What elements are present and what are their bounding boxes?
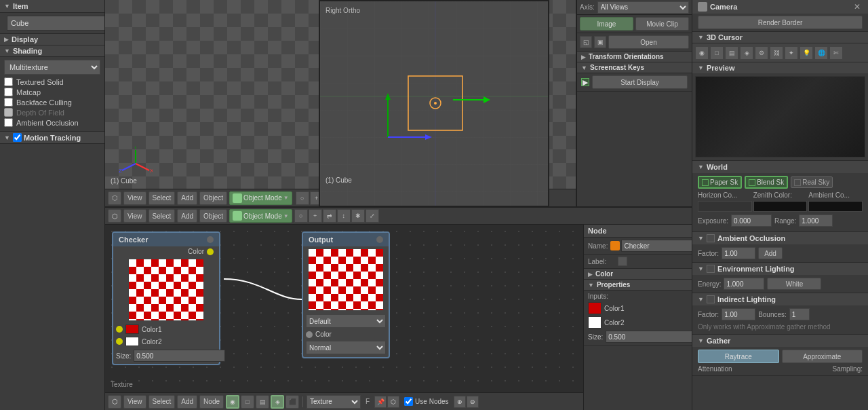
- env-lighting-header[interactable]: ▼ Environment Lighting: [692, 263, 868, 275]
- white-btn[interactable]: White: [767, 278, 821, 290]
- item-name-input[interactable]: [7, 16, 105, 31]
- node-view-btn[interactable]: View: [123, 395, 146, 409]
- 3d-icon-1[interactable]: ○: [296, 191, 309, 205]
- preview-header[interactable]: ▼ Preview: [692, 62, 868, 73]
- select-menu-btn[interactable]: Select: [149, 191, 176, 205]
- start-display-play-icon[interactable]: ▶: [581, 78, 589, 86]
- pin-icon[interactable]: 📌: [374, 396, 387, 408]
- blend-sky-btn[interactable]: Blend Sk: [745, 176, 788, 189]
- node-input-color1-swatch[interactable]: [588, 302, 601, 314]
- checker-color1-swatch[interactable]: [125, 324, 139, 334]
- middle-view-btn[interactable]: View: [123, 209, 146, 223]
- transform-orientations-header[interactable]: ▶ Transform Orientations: [577, 52, 692, 62]
- node-node-btn[interactable]: Node: [199, 395, 224, 409]
- open-icon-2[interactable]: ▣: [594, 36, 606, 48]
- mode-dropdown-3d[interactable]: Object Mode ▼: [229, 191, 292, 205]
- node-icon-active-1[interactable]: ◉: [226, 395, 239, 409]
- approximate-btn[interactable]: Approximate: [782, 350, 863, 363]
- object-menu-btn[interactable]: Object: [199, 191, 227, 205]
- 3d-view-type-icon[interactable]: ⬡: [108, 191, 121, 205]
- checker-node-close[interactable]: [207, 236, 214, 243]
- ao-header[interactable]: ▼ Ambient Occlusion: [692, 232, 868, 244]
- checker-color-socket[interactable]: [207, 248, 214, 255]
- checker-color2-socket[interactable]: [116, 338, 123, 345]
- mid-icon-3[interactable]: ⇄: [323, 209, 336, 223]
- node-color-header[interactable]: ▶ Color: [584, 269, 692, 280]
- indirect-lighting-checkbox[interactable]: [707, 295, 715, 303]
- shading-section-header[interactable]: ▼ Shading: [0, 45, 104, 57]
- exposure-input[interactable]: [731, 215, 772, 227]
- rp-icon-2[interactable]: □: [710, 46, 724, 60]
- ind-factor-input[interactable]: [722, 308, 755, 320]
- checker-color1-socket[interactable]: [116, 326, 123, 333]
- 3d-icon-3[interactable]: ⇄: [324, 191, 338, 205]
- camera-close-icon[interactable]: ✕: [852, 1, 863, 12]
- env-energy-input[interactable]: [724, 278, 764, 290]
- ao-factor-input[interactable]: [722, 247, 755, 259]
- node-icon-4[interactable]: ⬛: [285, 395, 299, 409]
- middle-select-btn[interactable]: Select: [149, 209, 176, 223]
- output-color-socket[interactable]: [306, 331, 313, 338]
- textured-solid-checkbox[interactable]: [4, 77, 13, 86]
- ao-add-btn[interactable]: Add: [758, 247, 783, 259]
- rp-icon-10[interactable]: ✄: [829, 46, 843, 60]
- ambient-occlusion-checkbox[interactable]: [4, 118, 13, 127]
- 3d-icon-2[interactable]: +: [310, 191, 323, 205]
- rp-icon-4[interactable]: ◈: [740, 46, 753, 60]
- node-input-size-input[interactable]: [606, 331, 692, 343]
- mid-icon-4[interactable]: ↕: [337, 209, 351, 223]
- image-btn[interactable]: Image: [580, 17, 633, 31]
- node-icon-active-2[interactable]: ◈: [271, 395, 284, 409]
- matcap-checkbox[interactable]: [4, 88, 13, 96]
- zoom-out-icon[interactable]: ⊖: [467, 396, 479, 408]
- zenith-color-swatch[interactable]: [753, 201, 808, 212]
- paper-sky-btn[interactable]: Paper Sk: [698, 176, 742, 189]
- output-default-select[interactable]: Default: [306, 314, 386, 328]
- node-name-input[interactable]: [621, 240, 692, 252]
- screencast-keys-header[interactable]: ▼ Screencast Keys: [577, 62, 692, 73]
- start-display-btn[interactable]: Start Display: [592, 75, 688, 89]
- backface-culling-checkbox[interactable]: [4, 98, 13, 107]
- use-nodes-checkbox[interactable]: [404, 397, 413, 406]
- camera-header[interactable]: Camera ✕: [692, 0, 868, 14]
- nodes-icon[interactable]: ⬡: [387, 396, 399, 408]
- env-lighting-checkbox[interactable]: [707, 265, 715, 273]
- output-node-close[interactable]: [376, 236, 383, 243]
- rp-icon-3[interactable]: ▤: [725, 46, 738, 60]
- node-select-btn[interactable]: Select: [149, 395, 176, 409]
- depth-of-field-checkbox[interactable]: [4, 108, 13, 117]
- texture-type-select[interactable]: Texture: [307, 395, 361, 409]
- 3d-icon-4[interactable]: ↕: [338, 191, 352, 205]
- mid-icon-5[interactable]: ✱: [351, 209, 365, 223]
- middle-object-btn[interactable]: Object: [199, 209, 227, 223]
- axis-select[interactable]: All Views: [597, 1, 689, 14]
- node-input-color2-swatch[interactable]: [588, 316, 601, 329]
- rp-icon-5[interactable]: ⚙: [755, 46, 768, 60]
- motion-tracking-header[interactable]: ▼ Motion Tracking: [0, 132, 104, 144]
- node-icon-2[interactable]: □: [241, 395, 254, 409]
- range-input[interactable]: [799, 215, 833, 227]
- display-section-header[interactable]: ▶ Display: [0, 34, 104, 45]
- checker-color2-swatch[interactable]: [125, 337, 139, 346]
- rp-icon-9[interactable]: 🌐: [814, 46, 828, 60]
- mode-dropdown-middle[interactable]: Object Mode ▼: [229, 209, 292, 223]
- horizon-color-swatch[interactable]: [698, 201, 752, 212]
- bounces-input[interactable]: [789, 308, 810, 320]
- view-menu-btn[interactable]: View: [123, 191, 146, 205]
- indirect-lighting-header[interactable]: ▼ Indirect Lighting: [692, 293, 868, 305]
- mid-icon-1[interactable]: ○: [294, 209, 308, 223]
- node-type-icon[interactable]: ⬡: [108, 395, 121, 409]
- output-normal-select[interactable]: Normal: [306, 341, 386, 354]
- middle-view-icon[interactable]: ⬡: [108, 209, 121, 223]
- ambient-color-swatch[interactable]: [808, 201, 863, 212]
- rp-icon-7[interactable]: ✦: [785, 46, 798, 60]
- open-icon-1[interactable]: ◱: [580, 36, 592, 48]
- node-add-btn[interactable]: Add: [177, 395, 197, 409]
- checker-size-input[interactable]: [134, 350, 225, 362]
- movie-clip-btn[interactable]: Movie Clip: [635, 17, 689, 31]
- motion-tracking-checkbox[interactable]: [13, 133, 22, 142]
- world-header[interactable]: ▼ World: [692, 161, 868, 173]
- item-section-header[interactable]: ▼ Item: [0, 0, 104, 13]
- render-border-btn[interactable]: Render Border: [698, 16, 863, 29]
- add-menu-btn[interactable]: Add: [177, 191, 197, 205]
